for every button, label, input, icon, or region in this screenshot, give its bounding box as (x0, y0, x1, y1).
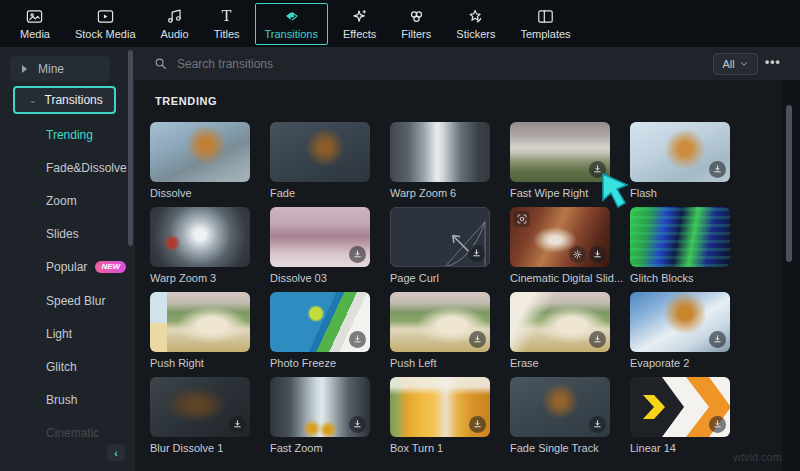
filters-icon (407, 7, 426, 26)
transition-name: Dissolve (150, 187, 264, 199)
transition-thumbnail[interactable] (630, 122, 730, 182)
tab-filters[interactable]: Filters (391, 3, 441, 45)
transition-thumbnail[interactable] (630, 377, 730, 437)
effect-settings-icon[interactable] (569, 246, 586, 263)
sidebar-category-cinematic[interactable]: Cinematic (46, 422, 99, 444)
transition-card-cinematic-digital-slid[interactable]: Cinematic Digital Slid... (510, 207, 610, 284)
effects-icon (350, 7, 369, 26)
transition-name: Push Left (390, 357, 504, 369)
transition-card-dissolve[interactable]: Dissolve (150, 122, 250, 199)
transition-card-fast-wipe-right[interactable]: Fast Wipe Right (510, 122, 610, 199)
transition-thumbnail[interactable] (150, 122, 250, 182)
transition-name: Page Curl (390, 272, 504, 284)
tab-stickers[interactable]: Stickers (446, 3, 505, 45)
tab-stock-media[interactable]: Stock Media (65, 3, 146, 45)
transition-name: Dissolve 03 (270, 272, 384, 284)
download-icon[interactable] (469, 416, 486, 433)
sidebar-category-slides[interactable]: Slides (46, 223, 79, 245)
transition-thumbnail[interactable] (390, 207, 490, 267)
transition-thumbnail[interactable] (390, 122, 490, 182)
transition-card-page-curl[interactable]: Page Curl (390, 207, 490, 284)
category-label: Fade&Dissolve (46, 161, 127, 175)
transition-thumbnail[interactable] (150, 207, 250, 267)
transition-card-erase[interactable]: Erase (510, 292, 610, 369)
chevron-right-icon (22, 65, 27, 73)
transition-card-warp-zoom-3[interactable]: Warp Zoom 3 (150, 207, 250, 284)
transition-thumbnail[interactable] (630, 292, 730, 352)
sidebar-category-fade-dissolve[interactable]: Fade&Dissolve (46, 157, 127, 179)
sidebar-category-brush[interactable]: Brush (46, 389, 77, 411)
tab-templates[interactable]: Templates (510, 3, 580, 45)
transition-thumbnail[interactable] (510, 377, 610, 437)
transition-thumbnail[interactable] (150, 377, 250, 437)
search-icon (153, 56, 168, 71)
sidebar-category-popular[interactable]: PopularNEW (46, 256, 126, 278)
category-label: Light (46, 327, 72, 341)
collapse-sidebar-button[interactable]: ‹ (107, 444, 125, 461)
category-label: Cinematic (46, 426, 99, 440)
transition-card-photo-freeze[interactable]: Photo Freeze (270, 292, 370, 369)
transition-thumbnail[interactable] (390, 292, 490, 352)
tab-label: Titles (214, 28, 240, 40)
more-options-button[interactable]: ••• (765, 55, 781, 69)
transition-card-blur-dissolve-1[interactable]: Blur Dissolve 1 (150, 377, 250, 454)
download-icon[interactable] (349, 246, 366, 263)
download-icon[interactable] (589, 246, 606, 263)
transition-thumbnail[interactable] (270, 122, 370, 182)
download-icon[interactable] (589, 331, 606, 348)
download-icon[interactable] (469, 331, 486, 348)
download-icon[interactable] (229, 416, 246, 433)
sidebar-category-trending[interactable]: Trending (46, 124, 93, 146)
tab-transitions[interactable]: Transitions (255, 3, 328, 45)
transition-thumbnail[interactable] (510, 122, 610, 182)
download-icon[interactable] (468, 245, 485, 262)
tab-media[interactable]: Media (10, 3, 60, 45)
sidebar-scrollbar[interactable] (128, 50, 133, 246)
sidebar-category-glitch[interactable]: Glitch (46, 356, 77, 378)
tab-titles[interactable]: TTitles (204, 3, 250, 45)
download-icon[interactable] (589, 416, 606, 433)
sidebar-category-light[interactable]: Light (46, 323, 72, 345)
tab-label: Effects (343, 28, 376, 40)
transition-thumbnail[interactable] (270, 377, 370, 437)
transition-card-fade-single-track[interactable]: Fade Single Track (510, 377, 610, 454)
titles-icon: T (217, 7, 236, 26)
transition-thumbnail[interactable] (510, 292, 610, 352)
transition-thumbnail[interactable] (270, 207, 370, 267)
transition-card-linear-14[interactable]: Linear 14 (630, 377, 730, 454)
transition-card-push-left[interactable]: Push Left (390, 292, 490, 369)
transition-thumbnail[interactable] (270, 292, 370, 352)
sidebar-category-zoom[interactable]: Zoom (46, 190, 77, 212)
download-icon[interactable] (709, 331, 726, 348)
transition-card-dissolve-03[interactable]: Dissolve 03 (270, 207, 370, 284)
search-input[interactable]: Search transitions (153, 56, 800, 71)
transition-thumbnail[interactable] (510, 207, 610, 267)
main-scrollbar[interactable] (786, 105, 792, 262)
transition-card-box-turn-1[interactable]: Box Turn 1 (390, 377, 490, 454)
download-icon[interactable] (349, 416, 366, 433)
download-icon[interactable] (709, 161, 726, 178)
category-label: Slides (46, 227, 79, 241)
filter-dropdown[interactable]: All (713, 53, 758, 75)
sidebar-mine-label: Mine (38, 62, 64, 76)
transition-card-fade[interactable]: Fade (270, 122, 370, 199)
transition-card-glitch-blocks[interactable]: Glitch Blocks (630, 207, 730, 284)
download-icon[interactable] (709, 416, 726, 433)
transition-thumbnail[interactable] (150, 292, 250, 352)
sidebar-transitions-label: Transitions (45, 93, 103, 107)
sidebar-item-transitions[interactable]: ⌄ Transitions (13, 86, 116, 114)
transition-card-flash[interactable]: Flash (630, 122, 730, 199)
transition-thumbnail[interactable] (630, 207, 730, 267)
transition-card-warp-zoom-6[interactable]: Warp Zoom 6 (390, 122, 490, 199)
sidebar-item-mine[interactable]: Mine (10, 56, 110, 82)
transition-card-evaporate-2[interactable]: Evaporate 2 (630, 292, 730, 369)
tab-audio[interactable]: Audio (151, 3, 199, 45)
transition-card-fast-zoom[interactable]: Fast Zoom (270, 377, 370, 454)
category-label: Speed Blur (46, 294, 105, 308)
transition-thumbnail[interactable] (390, 377, 490, 437)
sidebar-category-speed-blur[interactable]: Speed Blur (46, 290, 105, 312)
tab-effects[interactable]: Effects (333, 3, 386, 45)
tab-label: Transitions (265, 28, 318, 40)
transition-card-push-right[interactable]: Push Right (150, 292, 250, 369)
download-icon[interactable] (349, 331, 366, 348)
